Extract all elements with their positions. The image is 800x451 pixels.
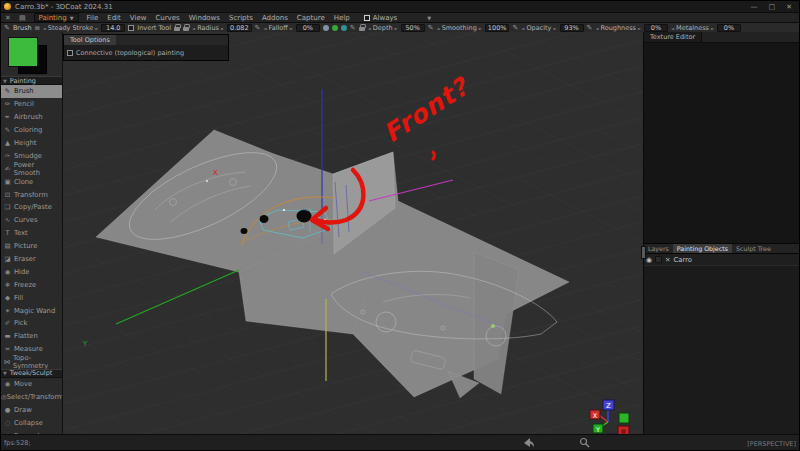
tool-fill[interactable]: ◆Fill [1, 291, 62, 304]
falloff-value[interactable]: 0% [296, 24, 320, 32]
tool-label: Height [14, 139, 36, 147]
metalness-param[interactable]: Metalness [671, 24, 714, 32]
menu-item-capture[interactable]: Capture [297, 14, 325, 22]
tool-panel: ▼Painting✎Brush✏Pencil✒Airbrush✎Coloring… [1, 32, 63, 434]
close-room-icon[interactable]: ✕ [5, 14, 11, 22]
tool-pencil[interactable]: ✏Pencil [1, 98, 62, 111]
pen-pressure-icon[interactable]: ✎ [255, 24, 261, 32]
lock-open-icon[interactable] [174, 27, 180, 31]
document-icon[interactable]: ▤ [19, 14, 26, 22]
tab-layers[interactable]: Layers [644, 244, 673, 253]
menu-item-view[interactable]: View [130, 14, 147, 22]
radius-value[interactable]: 0.082 [227, 24, 252, 32]
gizmo-green-button[interactable] [619, 413, 629, 423]
channel-gloss-icon[interactable] [341, 25, 347, 31]
tool-text[interactable]: TText [1, 227, 62, 240]
menu-item-help[interactable]: Help [334, 14, 350, 22]
tool-flatten[interactable]: ▬Flatten [1, 330, 62, 343]
text-icon: T [1, 229, 14, 237]
roughness-param[interactable]: Roughness [595, 24, 641, 32]
tool-airbrush[interactable]: ✒Airbrush [1, 111, 62, 124]
primary-color-swatch[interactable] [8, 37, 38, 67]
pen-pressure-icon[interactable]: ✎ [350, 24, 356, 32]
tool-clone[interactable]: ▣Clone [1, 175, 62, 188]
radius-param[interactable]: Radius [192, 24, 224, 32]
opacity-value[interactable]: 93% [560, 24, 584, 32]
opacity-label: Opacity [526, 24, 551, 32]
opacity-param[interactable]: Opacity [521, 24, 556, 32]
x-icon[interactable]: ✕ [665, 256, 670, 264]
tool-freeze[interactable]: ❄Freeze [1, 278, 62, 291]
tab-sculpt-tree[interactable]: Sculpt Tree [732, 244, 775, 253]
connective-painting-checkbox[interactable] [67, 50, 73, 56]
close-button[interactable]: ✕ [786, 3, 792, 11]
always-toggle[interactable]: Always [364, 14, 398, 22]
tool-power-smooth[interactable]: ✍Power Smooth [1, 162, 62, 175]
tool-options-tab[interactable]: Tool Options [64, 35, 116, 45]
panel-splitter-handle[interactable] [641, 246, 646, 259]
smoothing-param[interactable]: Smoothing [437, 24, 482, 32]
tool-select-transform[interactable]: ◎Select/Transform [1, 390, 62, 403]
metalness-value[interactable]: 0% [717, 24, 741, 32]
viewport[interactable]: Tool Options Connective (topological) pa… [63, 32, 643, 434]
tool-hide[interactable]: ◉Hide [1, 265, 62, 278]
opacity-box-icon[interactable] [655, 256, 662, 263]
visibility-eye-icon[interactable]: ◉ [646, 256, 652, 264]
steady-stroke-icon[interactable]: ⊠ [35, 24, 40, 31]
texture-editor-tab[interactable]: Texture Editor [644, 32, 702, 42]
smoothing-value[interactable]: 100% [485, 24, 510, 32]
section-header-tweak-sculpt[interactable]: ▼Tweak/Sculpt [1, 369, 62, 378]
tool-topo-symmetry[interactable]: ⋈Topo-Symmetry [1, 356, 62, 369]
copy-paste-icon: ❏ [1, 203, 14, 211]
depth-param[interactable]: Depth [368, 24, 398, 32]
falloff-param[interactable]: Falloff [263, 24, 292, 32]
always-checkbox[interactable] [364, 15, 370, 21]
chevron-down-icon[interactable]: ▼ [427, 15, 431, 21]
tool-magic-wand[interactable]: ✶Magic Wand [1, 304, 62, 317]
channel-depth-icon[interactable] [323, 25, 329, 31]
menu-item-windows[interactable]: Windows [189, 14, 220, 22]
minimize-button[interactable]: — [751, 3, 758, 11]
tool-curves[interactable]: ∿Curves [1, 214, 62, 227]
menu-item-edit[interactable]: Edit [107, 14, 121, 22]
draw-icon: ● [1, 406, 14, 414]
steady-stroke-param[interactable]: Steady Stroke [43, 24, 99, 32]
roughness-value[interactable]: 0% [644, 24, 668, 32]
menu-item-file[interactable]: File [87, 14, 99, 22]
lock-depth-icon[interactable] [359, 27, 365, 31]
back-arrow-icon[interactable] [523, 437, 535, 448]
viewport-canvas[interactable]: X Y [63, 32, 643, 434]
tool-coloring[interactable]: ✎Coloring [1, 124, 62, 137]
tool-move[interactable]: ◉Move [1, 378, 62, 391]
tool-height[interactable]: ▲Height [1, 137, 62, 150]
pen-pressure-icon[interactable]: ✎ [512, 24, 518, 32]
maximize-button[interactable]: □ [769, 3, 776, 11]
tool-draw[interactable]: ●Draw [1, 403, 62, 416]
pen-pressure-icon[interactable]: ✎ [428, 24, 434, 32]
menu-item-scripts[interactable]: Scripts [229, 14, 253, 22]
menu-item-curves[interactable]: Curves [155, 14, 179, 22]
channel-color-icon[interactable] [332, 25, 338, 31]
menu-item-addons[interactable]: Addons [262, 14, 288, 22]
texture-editor-body[interactable] [644, 43, 799, 243]
section-header-painting[interactable]: ▼Painting [1, 76, 62, 85]
magnifier-icon[interactable] [579, 437, 590, 448]
steady-stroke-value[interactable]: 14.0 [101, 24, 125, 32]
lock-closed-icon[interactable] [183, 27, 189, 31]
pencil-icon: ✏ [1, 100, 14, 108]
invert-tool-checkbox[interactable] [128, 25, 134, 31]
tool-copy-paste[interactable]: ❏Copy/Paste [1, 201, 62, 214]
tool-pick[interactable]: ✐Pick [1, 317, 62, 330]
pen-pressure-icon[interactable]: ✎ [587, 24, 593, 32]
tool-label: Copy/Paste [14, 203, 52, 211]
tab-painting-objects[interactable]: Painting Objects [673, 244, 732, 253]
tool-collapse[interactable]: ◌Collapse [1, 416, 62, 429]
tool-picture[interactable]: ▤Picture [1, 240, 62, 253]
tool-brush[interactable]: ✎Brush [1, 85, 62, 98]
object-row-carro[interactable]: ◉ ✕ Carro [644, 254, 799, 266]
room-select[interactable]: Painting ▼ [34, 13, 79, 22]
tool-transform[interactable]: ⊡Transform [1, 188, 62, 201]
height-icon: ▲ [1, 139, 14, 147]
tool-eraser[interactable]: ◪Eraser [1, 253, 62, 266]
depth-value[interactable]: 50% [401, 24, 425, 32]
